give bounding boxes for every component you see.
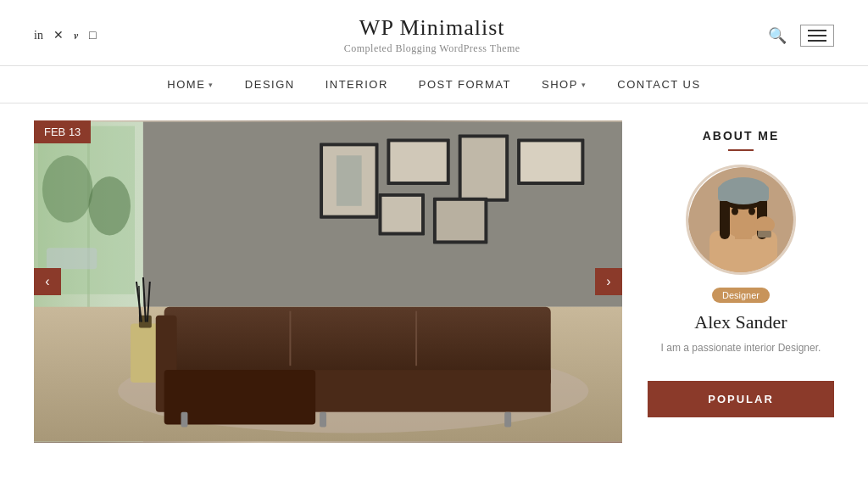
about-title: ABOUT ME bbox=[648, 129, 834, 143]
about-title-underline bbox=[728, 149, 754, 151]
about-section: ABOUT ME bbox=[648, 120, 834, 364]
author-bio: I am a passionate interior Designer. bbox=[648, 340, 834, 355]
main-nav: HOME ▾ DESIGN INTERIOR POST FORMAT SHOP … bbox=[0, 66, 868, 103]
sidebar: ABOUT ME bbox=[648, 120, 834, 443]
nav-home[interactable]: HOME ▾ bbox=[167, 78, 214, 91]
slider-image bbox=[34, 120, 622, 443]
hamburger-line-2 bbox=[808, 35, 826, 36]
hero-slider: FEB 13 bbox=[34, 120, 622, 443]
nav-interior[interactable]: INTERIOR bbox=[326, 78, 388, 91]
site-title: WP Minimalist bbox=[344, 15, 520, 41]
svg-rect-30 bbox=[520, 142, 581, 182]
svg-rect-18 bbox=[320, 412, 326, 428]
menu-button[interactable] bbox=[800, 25, 834, 47]
author-avatar bbox=[686, 165, 796, 275]
interior-scene-svg bbox=[34, 120, 622, 443]
social-icons: in ✕ 𝒗 □ bbox=[34, 28, 96, 42]
nav-shop[interactable]: SHOP ▾ bbox=[542, 78, 587, 91]
twitter-icon[interactable]: ✕ bbox=[53, 28, 64, 42]
shop-chevron-icon: ▾ bbox=[581, 81, 587, 89]
svg-rect-19 bbox=[504, 412, 511, 428]
svg-rect-28 bbox=[462, 137, 506, 198]
svg-rect-44 bbox=[720, 197, 730, 239]
svg-rect-24 bbox=[337, 155, 362, 205]
nav-contact-us[interactable]: CONTACT US bbox=[617, 78, 700, 91]
date-badge: FEB 13 bbox=[34, 120, 91, 143]
svg-point-49 bbox=[748, 208, 755, 215]
svg-rect-47 bbox=[718, 186, 769, 201]
site-tagline: Completed Blogging WordPress Theme bbox=[344, 42, 520, 55]
site-branding: WP Minimalist Completed Blogging WordPre… bbox=[344, 15, 520, 55]
svg-rect-7 bbox=[131, 324, 160, 383]
avatar-image bbox=[688, 167, 796, 275]
vimeo-icon[interactable]: 𝒗 bbox=[74, 29, 79, 42]
popular-button[interactable]: POPULAR bbox=[648, 381, 834, 417]
slider-prev-button[interactable]: ‹ bbox=[34, 268, 61, 295]
header-actions: 🔍 bbox=[768, 25, 834, 47]
hamburger-line-3 bbox=[808, 40, 826, 42]
slider-next-button[interactable]: › bbox=[595, 268, 622, 295]
svg-rect-26 bbox=[390, 142, 446, 182]
svg-rect-32 bbox=[381, 197, 421, 232]
svg-point-36 bbox=[42, 155, 92, 222]
svg-point-37 bbox=[88, 176, 131, 235]
site-header: in ✕ 𝒗 □ WP Minimalist Completed Bloggin… bbox=[0, 0, 868, 66]
hamburger-line-1 bbox=[808, 30, 826, 31]
search-button[interactable]: 🔍 bbox=[768, 26, 787, 45]
instagram-icon[interactable]: □ bbox=[89, 29, 96, 42]
svg-point-48 bbox=[732, 208, 738, 215]
designer-badge: Designer bbox=[712, 288, 770, 303]
nav-post-format[interactable]: POST FORMAT bbox=[419, 78, 511, 91]
chevron-down-icon: ▾ bbox=[209, 81, 214, 89]
svg-rect-34 bbox=[437, 201, 485, 241]
main-content: FEB 13 bbox=[0, 103, 868, 443]
nav-design[interactable]: DESIGN bbox=[245, 78, 295, 91]
linkedin-icon[interactable]: in bbox=[34, 29, 43, 42]
svg-rect-38 bbox=[47, 248, 97, 269]
author-name: Alex Sander bbox=[648, 311, 834, 333]
svg-line-12 bbox=[139, 286, 140, 322]
svg-rect-17 bbox=[181, 412, 188, 428]
svg-rect-51 bbox=[758, 231, 771, 238]
